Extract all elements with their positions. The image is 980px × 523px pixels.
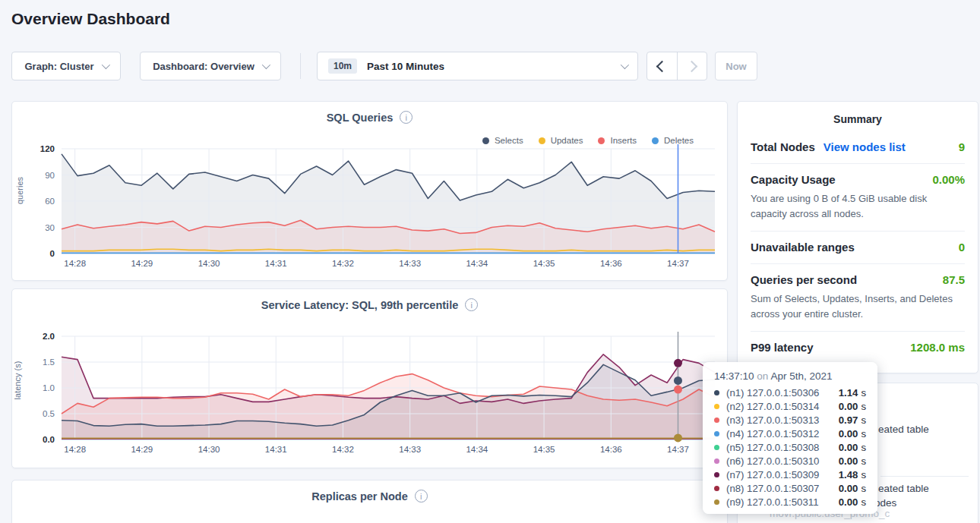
service-latency-chart[interactable]: 14:2814:2914:3014:3114:3214:3314:3414:35…	[12, 327, 729, 468]
summary-label: P99 latency	[751, 341, 814, 354]
summary-heading: Summary	[751, 102, 965, 131]
next-time-button[interactable]	[677, 52, 707, 80]
chart-title: Service Latency: SQL, 99th percentile	[261, 299, 459, 311]
node-color-dot	[714, 404, 719, 409]
svg-text:14:31: 14:31	[265, 445, 287, 454]
node-color-dot	[714, 486, 719, 491]
node-latency-unit: s	[861, 496, 866, 508]
graph-dropdown-label: Graph: Cluster	[24, 61, 93, 72]
now-button[interactable]: Now	[715, 52, 757, 80]
svg-text:14:28: 14:28	[64, 445, 86, 454]
node-latency-unit: s	[861, 455, 866, 467]
dashboard-dropdown[interactable]: Dashboard: Overview	[140, 52, 281, 80]
svg-text:14:33: 14:33	[399, 259, 421, 268]
node-latency-unit: s	[861, 428, 866, 440]
svg-text:0.0: 0.0	[43, 435, 55, 444]
svg-text:14:35: 14:35	[533, 259, 555, 268]
info-icon[interactable]	[415, 490, 428, 503]
prev-time-button[interactable]	[647, 52, 677, 80]
tooltip-row: (n5) 127.0.0.1:503080.00s	[714, 440, 866, 454]
chevron-down-icon	[262, 61, 270, 69]
svg-text:0: 0	[50, 249, 55, 258]
tooltip-row: (n1) 127.0.0.1:503061.14s	[714, 386, 866, 399]
tooltip-row: (n6) 127.0.0.1:503100.00s	[714, 454, 866, 468]
tooltip-row: (n3) 127.0.0.1:503130.97s	[714, 413, 866, 427]
summary-row: P99 latency1208.0 ms	[751, 331, 965, 364]
summary-value: 0.00%	[932, 173, 965, 186]
y-axis-label: queries	[15, 177, 24, 204]
summary-row: Capacity Usage0.00%You are using 0 B of …	[751, 163, 965, 231]
summary-label: Unavailable ranges	[751, 241, 855, 254]
svg-text:14:37: 14:37	[667, 259, 689, 268]
summary-value: 0	[959, 241, 965, 254]
svg-text:14:28: 14:28	[64, 259, 86, 268]
graph-dropdown[interactable]: Graph: Cluster	[11, 52, 121, 80]
node-latency-value: 1.48	[839, 469, 858, 480]
svg-text:0.5: 0.5	[43, 409, 55, 418]
replicas-per-node-card: Replicas per Node	[11, 480, 728, 523]
tooltip-row: (n9) 127.0.0.1:503110.00s	[714, 495, 866, 509]
svg-text:1.0: 1.0	[43, 383, 55, 392]
node-address: (n7) 127.0.0.1:50309	[726, 469, 839, 480]
node-address: (n5) 127.0.0.1:50308	[726, 442, 839, 453]
overview-dashboard-page: Overview Dashboard Graph: Cluster Dashbo…	[0, 0, 980, 523]
dashboard-dropdown-label: Dashboard: Overview	[153, 61, 254, 72]
node-address: (n4) 127.0.0.1:50312	[726, 428, 839, 440]
summary-row: Queries per second87.5Sum of Selects, Up…	[751, 263, 965, 331]
tooltip-row: (n2) 127.0.0.1:503140.00s	[714, 399, 866, 413]
crosshair-dot	[674, 386, 682, 394]
svg-text:14:29: 14:29	[131, 445, 153, 454]
chevron-down-icon	[621, 61, 629, 69]
tooltip-row: (n4) 127.0.0.1:503120.00s	[714, 427, 866, 440]
summary-subtext: You are using 0 B of 4.5 GiB usable disk…	[751, 191, 965, 221]
sql-queries-card: SQL Queries SelectsUpdatesInsertsDeletes…	[11, 101, 728, 281]
svg-text:14:32: 14:32	[332, 259, 354, 268]
page-title: Overview Dashboard	[11, 10, 170, 28]
node-address: (n9) 127.0.0.1:50311	[726, 496, 839, 508]
svg-text:14:36: 14:36	[600, 259, 622, 268]
node-address: (n2) 127.0.0.1:50314	[726, 401, 839, 412]
node-latency-value: 0.00	[839, 455, 858, 467]
node-address: (n8) 127.0.0.1:50307	[726, 483, 839, 494]
event-fragment: odes	[874, 497, 896, 509]
summary-subtext: Sum of Selects, Updates, Inserts, and De…	[751, 291, 965, 321]
info-icon[interactable]	[465, 298, 478, 311]
summary-value: 1208.0 ms	[910, 341, 965, 354]
svg-text:90: 90	[45, 171, 55, 180]
svg-text:14:33: 14:33	[399, 445, 421, 454]
sql-queries-chart[interactable]: 14:2814:2914:3014:3114:3214:3314:3414:35…	[12, 140, 729, 281]
view-nodes-link[interactable]: View nodes list	[824, 140, 906, 153]
svg-text:14:30: 14:30	[198, 259, 220, 268]
svg-text:14:29: 14:29	[131, 259, 153, 268]
node-color-dot	[714, 458, 719, 464]
svg-text:1.5: 1.5	[43, 358, 55, 367]
node-latency-value: 0.00	[839, 428, 858, 440]
svg-text:14:34: 14:34	[466, 259, 488, 268]
node-latency-value: 0.00	[839, 442, 858, 453]
time-range-picker[interactable]: 10m Past 10 Minutes	[317, 52, 638, 80]
node-color-dot	[714, 445, 719, 450]
tooltip-on: on	[757, 370, 768, 382]
tooltip-row: (n7) 127.0.0.1:503091.48s	[714, 468, 866, 481]
node-latency-value: 0.97	[839, 414, 858, 426]
node-latency-value: 0.00	[839, 496, 858, 508]
node-color-dot	[714, 390, 719, 395]
node-latency-unit: s	[861, 401, 866, 412]
time-range-label: Past 10 Minutes	[367, 61, 621, 72]
summary-card: Summary Total NodesView nodes list9Capac…	[737, 101, 978, 373]
time-step-buttons	[646, 52, 707, 80]
summary-value: 9	[959, 140, 965, 153]
summary-label: Capacity Usage	[751, 173, 836, 186]
tooltip-date: Apr 5th, 2021	[770, 370, 832, 382]
node-color-dot	[714, 499, 719, 505]
node-latency-unit: s	[861, 483, 866, 494]
chevron-down-icon	[101, 61, 109, 69]
svg-text:14:30: 14:30	[198, 445, 220, 454]
svg-text:2.0: 2.0	[43, 332, 55, 341]
node-color-dot	[714, 431, 719, 436]
svg-text:14:31: 14:31	[265, 259, 287, 268]
summary-label: Queries per second	[751, 273, 857, 286]
node-latency-value: 1.14	[839, 387, 858, 399]
info-icon[interactable]	[400, 111, 413, 124]
summary-rows: Total NodesView nodes list9Capacity Usag…	[751, 131, 965, 364]
